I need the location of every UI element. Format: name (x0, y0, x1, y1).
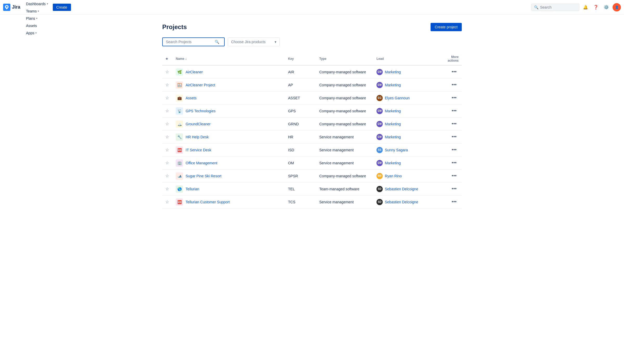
search-input[interactable] (540, 5, 576, 9)
col-name-label: Name (176, 57, 184, 61)
star-button[interactable]: ☆ (165, 108, 169, 113)
create-button[interactable]: Create (53, 4, 71, 11)
project-icon: 💼 (176, 94, 183, 102)
name-cell-aircleaner: 🌿 AirCleaner (173, 65, 285, 79)
user-avatar[interactable]: 👤 (613, 3, 621, 11)
more-actions-button[interactable]: ••• (450, 68, 459, 76)
star-cell-tellurian-customer-support: ☆ (162, 196, 173, 209)
th-name[interactable]: Name ↓ (173, 53, 285, 65)
lead-name-link[interactable]: Marketing (385, 83, 401, 87)
more-actions-button[interactable]: ••• (450, 133, 459, 141)
project-name-link[interactable]: HR Help Desk (186, 135, 209, 139)
name-cell-assets: 💼 Assets (173, 92, 285, 105)
project-name-link[interactable]: IT Service Desk (186, 148, 211, 152)
nav-item-plans[interactable]: Plans ▾ (23, 15, 40, 22)
star-button[interactable]: ☆ (165, 173, 169, 178)
table-row: ☆ 🏔️ GroundCleaner GRND Company-managed … (162, 118, 462, 131)
star-button[interactable]: ☆ (165, 82, 169, 87)
star-button[interactable]: ☆ (165, 199, 169, 204)
more-actions-button[interactable]: ••• (450, 159, 459, 167)
lead-name-link[interactable]: Sebastien Delcoigne (385, 200, 418, 204)
lead-avatar: EM (376, 108, 383, 114)
name-cell-it-service-desk: 🆘 IT Service Desk (173, 144, 285, 157)
search-projects-input[interactable] (166, 40, 213, 44)
search-icon: 🔍 (534, 5, 538, 9)
navbar: Jira Your work ▾Projects ▾Filters ▾Dashb… (0, 0, 624, 15)
lead-name-link[interactable]: Sebastien Delcoigne (385, 187, 418, 191)
lead-name-link[interactable]: Marketing (385, 135, 401, 139)
key-cell-hr-help-desk: HR (285, 131, 316, 144)
project-name-link[interactable]: AirCleaner (186, 70, 203, 74)
project-icon: 🪟 (176, 81, 183, 89)
lead-cell-gps-technologies: EM Marketing (373, 105, 441, 118)
more-actions-button[interactable]: ••• (450, 81, 459, 89)
project-name-link[interactable]: Office Management (186, 161, 217, 165)
nav-item-apps[interactable]: Apps ▾ (23, 29, 39, 37)
lead-cell-tellurian: SD Sebastien Delcoigne (373, 183, 441, 196)
lead-name-link[interactable]: Elyes Gannoun (385, 96, 410, 100)
project-name-link[interactable]: Sugar Pine Ski Resort (186, 174, 222, 178)
lead-name-link[interactable]: Ryan Rino (385, 174, 402, 178)
table-row: ☆ 🆘 Tellurian Customer Support TCS Servi… (162, 196, 462, 209)
th-lead: Lead (373, 53, 441, 65)
nav-item-assets[interactable]: Assets (23, 22, 40, 29)
lead-name-link[interactable]: Marketing (385, 109, 401, 113)
th-star: ★ (162, 53, 173, 65)
project-name-link[interactable]: GroundCleaner (186, 122, 211, 126)
actions-cell-tellurian: ••• (441, 183, 462, 196)
actions-cell-groundcleaner: ••• (441, 118, 462, 131)
more-actions-button[interactable]: ••• (450, 146, 459, 154)
star-button[interactable]: ☆ (165, 160, 169, 165)
star-button[interactable]: ☆ (165, 121, 169, 126)
search-box[interactable]: 🔍 (531, 4, 579, 11)
product-filter[interactable]: Choose Jira products ▾ (228, 37, 280, 46)
more-actions-button[interactable]: ••• (450, 172, 459, 180)
more-actions-button[interactable]: ••• (450, 120, 459, 128)
page-container: Projects Create project 🔍 Choose Jira pr… (156, 15, 468, 217)
projects-tbody: ☆ 🌿 AirCleaner AIR Company-managed softw… (162, 65, 462, 209)
more-actions-button[interactable]: ••• (450, 94, 459, 102)
lead-name-link[interactable]: Marketing (385, 122, 401, 126)
project-name-link[interactable]: AirCleaner Project (186, 83, 215, 87)
star-cell-gps-technologies: ☆ (162, 105, 173, 118)
star-button[interactable]: ☆ (165, 147, 169, 152)
search-projects-box[interactable]: 🔍 (162, 37, 225, 46)
star-cell-tellurian: ☆ (162, 183, 173, 196)
lead-cell-sugar-pine-ski-resort: RR Ryan Rino (373, 170, 441, 183)
chevron-down-icon: ▾ (275, 40, 276, 44)
project-name-link[interactable]: GPS Technologies (186, 109, 216, 113)
star-icon: ★ (165, 57, 168, 61)
more-actions-button[interactable]: ••• (450, 107, 459, 115)
star-button[interactable]: ☆ (165, 134, 169, 139)
star-button[interactable]: ☆ (165, 186, 169, 191)
table-row: ☆ 🌿 AirCleaner AIR Company-managed softw… (162, 65, 462, 79)
chevron-icon: ▾ (47, 2, 48, 5)
notifications-button[interactable]: 🔔 (581, 3, 590, 11)
lead-name-link[interactable]: Marketing (385, 161, 401, 165)
key-cell-aircleaner: AIR (285, 65, 316, 79)
star-cell-aircleaner-project: ☆ (162, 79, 173, 92)
lead-avatar: SD (376, 186, 383, 192)
project-name-link[interactable]: Tellurian (186, 187, 199, 191)
star-button[interactable]: ☆ (165, 95, 169, 100)
settings-button[interactable]: ⚙️ (602, 3, 610, 11)
lead-name-link[interactable]: Marketing (385, 70, 401, 74)
star-cell-assets: ☆ (162, 92, 173, 105)
name-cell-tellurian-customer-support: 🆘 Tellurian Customer Support (173, 196, 285, 209)
logo[interactable]: Jira (3, 4, 20, 11)
project-name-link[interactable]: Assets (186, 96, 197, 100)
lead-cell-hr-help-desk: EM Marketing (373, 131, 441, 144)
more-actions-button[interactable]: ••• (450, 198, 459, 206)
lead-avatar: RR (376, 173, 383, 179)
star-button[interactable]: ☆ (165, 69, 169, 74)
nav-item-teams[interactable]: Teams ▾ (23, 8, 42, 15)
svg-point-1 (6, 6, 8, 8)
project-name-link[interactable]: Tellurian Customer Support (186, 200, 230, 204)
key-cell-it-service-desk: ISD (285, 144, 316, 157)
more-actions-button[interactable]: ••• (450, 185, 459, 193)
help-button[interactable]: ❓ (592, 3, 600, 11)
lead-name-link[interactable]: Sunny Sagara (385, 148, 408, 152)
lead-avatar: SD (376, 199, 383, 205)
nav-item-dashboards[interactable]: Dashboards ▾ (23, 0, 51, 8)
create-project-button[interactable]: Create project (431, 23, 462, 31)
